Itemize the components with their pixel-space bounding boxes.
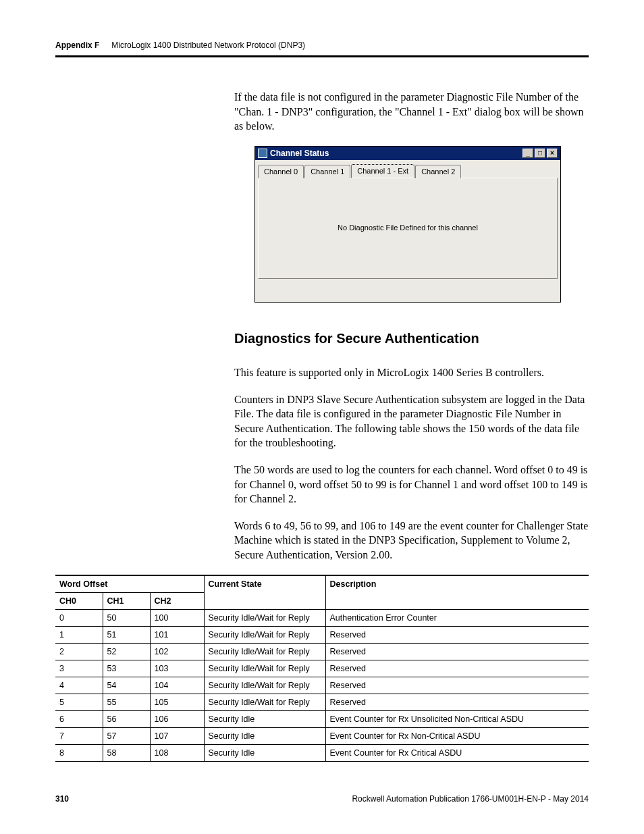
table-row: 858108Security IdleEvent Counter for Rx … — [55, 744, 589, 761]
dialog-title-text: Channel Status — [270, 148, 329, 159]
cell-ch1: 56 — [103, 710, 150, 727]
publication-info: Rockwell Automation Publication 1766-UM0… — [352, 794, 589, 804]
cell-state: Security Idle/Wait for Reply — [204, 643, 325, 660]
no-diagnostic-message: No Diagnostic File Defined for this chan… — [338, 223, 478, 233]
section-heading: Diagnostics for Secure Authentication — [234, 330, 589, 348]
section-p1: This feature is supported only in MicroL… — [234, 365, 589, 380]
running-header: Appendix F MicroLogix 1400 Distributed N… — [55, 41, 589, 57]
cell-ch0: 8 — [55, 744, 103, 761]
tab-channel-1-ext[interactable]: Channel 1 - Ext — [351, 164, 414, 178]
cell-ch1: 51 — [103, 626, 150, 643]
cell-ch0: 0 — [55, 609, 103, 626]
table-row: 151101Security Idle/Wait for ReplyReserv… — [55, 626, 589, 643]
cell-desc: Authentication Error Counter — [325, 609, 589, 626]
cell-ch1: 57 — [103, 727, 150, 744]
cell-ch2: 100 — [150, 609, 204, 626]
cell-state: Security Idle/Wait for Reply — [204, 626, 325, 643]
cell-desc: Event Counter for Rx Non-Critical ASDU — [325, 727, 589, 744]
section-p3: The 50 words are used to log the counter… — [234, 463, 589, 506]
cell-state: Security Idle — [204, 710, 325, 727]
diagnostics-table: Word Offset Current State Description CH… — [55, 575, 589, 762]
cell-ch0: 1 — [55, 626, 103, 643]
cell-ch2: 102 — [150, 643, 204, 660]
header-title: MicroLogix 1400 Distributed Network Prot… — [111, 41, 305, 50]
cell-state: Security Idle/Wait for Reply — [204, 677, 325, 694]
th-word-offset: Word Offset — [55, 575, 204, 593]
cell-ch2: 103 — [150, 660, 204, 677]
dialog-tabs: Channel 0 Channel 1 Channel 1 - Ext Chan… — [258, 164, 558, 178]
cell-state: Security Idle/Wait for Reply — [204, 694, 325, 710]
tab-channel-1[interactable]: Channel 1 — [304, 165, 350, 178]
cell-ch2: 108 — [150, 744, 204, 761]
dialog-app-icon — [258, 149, 267, 158]
cell-ch0: 6 — [55, 710, 103, 727]
cell-ch1: 52 — [103, 643, 150, 660]
cell-ch1: 50 — [103, 609, 150, 626]
cell-desc: Reserved — [325, 694, 589, 710]
th-ch2: CH2 — [150, 592, 204, 609]
cell-ch2: 106 — [150, 710, 204, 727]
table-body: 050100Security Idle/Wait for ReplyAuthen… — [55, 609, 589, 761]
table-row: 555105Security Idle/Wait for ReplyReserv… — [55, 694, 589, 710]
cell-ch2: 101 — [150, 626, 204, 643]
cell-desc: Reserved — [325, 643, 589, 660]
table-row: 050100Security Idle/Wait for ReplyAuthen… — [55, 609, 589, 626]
section-p2: Counters in DNP3 Slave Secure Authentica… — [234, 392, 589, 450]
table-row: 656106Security IdleEvent Counter for Rx … — [55, 710, 589, 727]
close-icon[interactable]: × — [547, 149, 558, 158]
cell-desc: Reserved — [325, 626, 589, 643]
cell-ch0: 2 — [55, 643, 103, 660]
cell-ch0: 3 — [55, 660, 103, 677]
page-number: 310 — [55, 794, 69, 804]
maximize-icon[interactable]: □ — [535, 149, 545, 158]
cell-ch1: 53 — [103, 660, 150, 677]
th-ch1: CH1 — [103, 592, 150, 609]
minimize-icon[interactable]: _ — [522, 149, 533, 158]
tab-channel-2[interactable]: Channel 2 — [415, 165, 461, 178]
channel-status-dialog: Channel Status _ □ × Channel 0 Channel 1… — [254, 146, 561, 303]
cell-ch2: 104 — [150, 677, 204, 694]
dialog-pane: No Diagnostic File Defined for this chan… — [258, 178, 558, 279]
cell-desc: Reserved — [325, 677, 589, 694]
cell-desc: Reserved — [325, 660, 589, 677]
cell-desc: Event Counter for Rx Critical ASDU — [325, 744, 589, 761]
cell-state: Security Idle — [204, 744, 325, 761]
cell-ch1: 54 — [103, 677, 150, 694]
cell-ch2: 105 — [150, 694, 204, 710]
cell-ch2: 107 — [150, 727, 204, 744]
table-row: 252102Security Idle/Wait for ReplyReserv… — [55, 643, 589, 660]
table-row: 353103Security Idle/Wait for ReplyReserv… — [55, 660, 589, 677]
th-current-state: Current State — [204, 575, 325, 610]
page-footer: 310 Rockwell Automation Publication 1766… — [55, 794, 589, 804]
cell-ch0: 7 — [55, 727, 103, 744]
cell-ch1: 55 — [103, 694, 150, 710]
cell-ch0: 5 — [55, 694, 103, 710]
cell-desc: Event Counter for Rx Unsolicited Non-Cri… — [325, 710, 589, 727]
appendix-label: Appendix F — [55, 41, 99, 50]
th-description: Description — [325, 575, 589, 610]
cell-ch1: 58 — [103, 744, 150, 761]
table-row: 454104Security Idle/Wait for ReplyReserv… — [55, 677, 589, 694]
cell-ch0: 4 — [55, 677, 103, 694]
cell-state: Security Idle/Wait for Reply — [204, 609, 325, 626]
section-p4: Words 6 to 49, 56 to 99, and 106 to 149 … — [234, 519, 589, 563]
cell-state: Security Idle/Wait for Reply — [204, 660, 325, 677]
th-ch0: CH0 — [55, 592, 103, 609]
cell-state: Security Idle — [204, 727, 325, 744]
tab-channel-0[interactable]: Channel 0 — [258, 165, 304, 178]
table-row: 757107Security IdleEvent Counter for Rx … — [55, 727, 589, 744]
dialog-titlebar: Channel Status _ □ × — [255, 147, 560, 160]
intro-paragraph: If the data file is not configured in th… — [234, 90, 589, 134]
